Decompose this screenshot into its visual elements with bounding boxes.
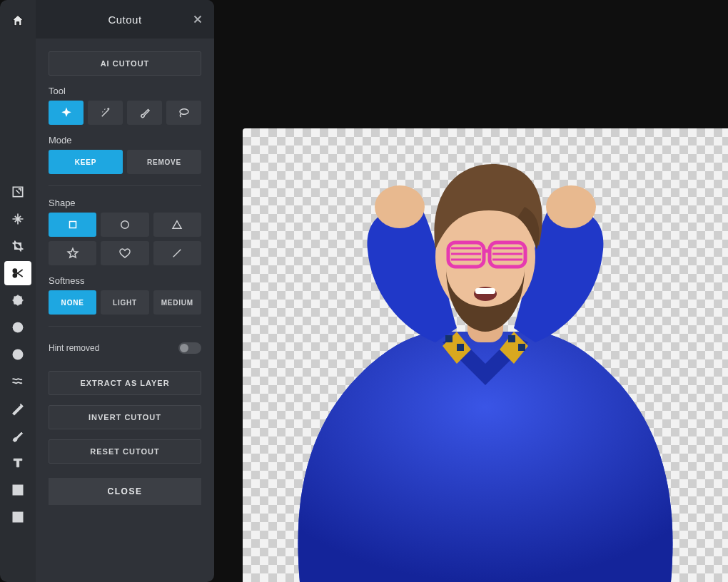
arrange-icon[interactable] bbox=[4, 207, 31, 231]
reset-cutout-button[interactable]: RESET CUTOUT bbox=[49, 439, 201, 464]
panel-header: Cutout bbox=[36, 0, 214, 39]
liquify-icon[interactable] bbox=[4, 369, 31, 394]
softness-label: Softness bbox=[49, 275, 201, 286]
softness-medium-button[interactable]: MEDIUM bbox=[153, 290, 201, 315]
mode-label: Mode bbox=[49, 135, 201, 146]
shape-line-button[interactable] bbox=[153, 241, 201, 265]
svg-rect-22 bbox=[518, 344, 525, 351]
invert-cutout-button[interactable]: INVERT CUTOUT bbox=[49, 405, 201, 429]
tool-label: Tool bbox=[49, 86, 201, 96]
divider bbox=[49, 326, 201, 327]
svg-point-9 bbox=[21, 327, 23, 328]
shape-heart-button[interactable] bbox=[101, 241, 148, 265]
svg-rect-15 bbox=[69, 222, 76, 228]
tool-lasso-button[interactable] bbox=[166, 101, 201, 125]
svg-point-7 bbox=[17, 331, 19, 332]
canvas[interactable] bbox=[243, 128, 728, 582]
svg-point-14 bbox=[180, 109, 188, 115]
divider bbox=[49, 185, 201, 186]
close-button[interactable]: CLOSE bbox=[49, 478, 201, 505]
tool-wand-button[interactable] bbox=[88, 101, 123, 125]
hint-removed-toggle[interactable] bbox=[178, 342, 201, 354]
tool-rail bbox=[0, 0, 36, 582]
effect-icon[interactable] bbox=[4, 342, 31, 367]
svg-point-18 bbox=[546, 185, 596, 228]
svg-rect-20 bbox=[457, 344, 464, 351]
svg-rect-19 bbox=[445, 335, 453, 342]
retouch-icon[interactable] bbox=[4, 397, 31, 421]
adjust-icon[interactable] bbox=[4, 288, 31, 312]
svg-point-6 bbox=[17, 322, 19, 324]
svg-point-13 bbox=[15, 514, 17, 516]
canvas-area bbox=[214, 0, 728, 582]
shape-star-button[interactable] bbox=[49, 241, 96, 265]
cutout-icon[interactable] bbox=[4, 261, 31, 285]
extract-layer-button[interactable]: EXTRACT AS LAYER bbox=[49, 371, 201, 395]
subject-image bbox=[243, 128, 728, 582]
panel-title: Cutout bbox=[108, 14, 141, 26]
svg-rect-21 bbox=[508, 335, 515, 342]
svg-rect-26 bbox=[475, 288, 495, 294]
open-image-icon[interactable] bbox=[4, 180, 31, 204]
text-icon[interactable] bbox=[4, 451, 31, 475]
crop-icon[interactable] bbox=[4, 234, 31, 258]
svg-point-17 bbox=[375, 185, 425, 228]
softness-light-button[interactable]: LIGHT bbox=[101, 290, 148, 315]
softness-none-button[interactable]: NONE bbox=[49, 290, 96, 315]
filter-icon[interactable] bbox=[4, 315, 31, 340]
tool-brush-button[interactable] bbox=[127, 101, 162, 125]
draw-icon[interactable] bbox=[4, 424, 31, 448]
frame-icon[interactable] bbox=[4, 505, 31, 529]
mode-keep-button[interactable]: KEEP bbox=[49, 150, 123, 174]
mode-remove-button[interactable]: REMOVE bbox=[127, 150, 201, 174]
tool-magic-button[interactable] bbox=[49, 101, 84, 125]
element-icon[interactable] bbox=[4, 478, 31, 502]
hint-removed-label: Hint removed bbox=[49, 343, 99, 353]
svg-point-5 bbox=[16, 325, 21, 330]
shape-label: Shape bbox=[49, 198, 201, 208]
svg-point-3 bbox=[14, 296, 22, 305]
shape-triangle-button[interactable] bbox=[153, 213, 201, 237]
shape-rect-button[interactable] bbox=[49, 213, 96, 237]
cutout-panel: Cutout AI CUTOUT Tool bbox=[36, 0, 214, 582]
close-icon[interactable] bbox=[191, 13, 204, 26]
svg-point-16 bbox=[121, 221, 129, 229]
home-button[interactable] bbox=[7, 10, 29, 31]
ai-cutout-button[interactable]: AI CUTOUT bbox=[49, 51, 201, 76]
shape-circle-button[interactable] bbox=[101, 213, 148, 237]
svg-point-8 bbox=[13, 327, 14, 328]
